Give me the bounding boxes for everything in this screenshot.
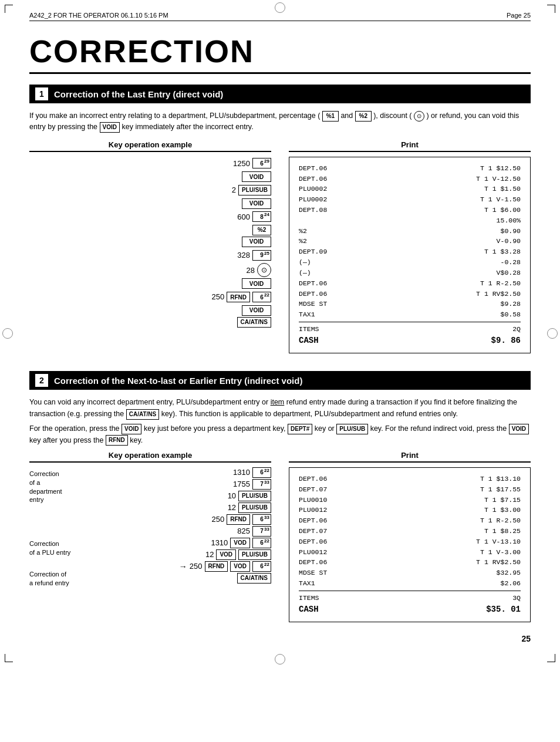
section1-title: Correction of the Last Entry (direct voi… [54,89,223,99]
section2-container: 2 Correction of the Next-to-last or Earl… [29,371,531,622]
s2-r1: DEPT.06 T 1 $13.10 [299,474,521,484]
receipt-line-5: DEPT.08 T 1 $6.00 [299,205,521,215]
key-void-5: VOID [242,305,271,316]
page-title: CORRECTION [29,33,531,74]
num-328: 328 [237,248,250,262]
s2-row-250: 250 RFND 33 6 [87,514,271,525]
num-28: 28 [247,264,255,277]
r9-left: DEPT.09 [299,247,484,257]
receipt-line-4: PLU0002 T 1 V-1.50 [299,194,521,205]
r5-right: T 1 $6.00 [484,205,521,215]
r12-right: T 1 R-2.50 [480,278,521,289]
section1-key-op-col: Key operation example 1250 29 6 VOID 2 [29,140,271,329]
label-correction-plu: Correctionof a PLU entry [29,539,82,557]
s2-row-250-refund-void: → 250 RFND VOD 22 6 [87,561,271,572]
s2-r5-r: T 1 R-2.50 [480,515,521,526]
s2-r4: PLU0012 T 1 $3.00 [299,505,521,515]
s2-r8-r: T 1 V-3.00 [480,547,521,558]
s2-row-1755: 1755 33 7 [87,479,271,490]
s2-r9: DEPT.06 T 1 RV$2.50 [299,557,521,568]
key-void-inline2: VOID [122,424,141,434]
r6-right: 15.00% [497,215,521,226]
s2-r7: DEPT.06 T 1 V-13.10 [299,537,521,547]
r-cash-right: $9. 86 [491,335,521,348]
s2-num-1755: 1755 [233,480,250,488]
receipt-line-12: DEPT.06 T 1 R-2.50 [299,278,521,289]
r4-left: PLU0002 [299,194,480,205]
s2-row-12-void: 12 VOD PLU/SUB [87,549,271,560]
s2-receipt-total: CASH $35. 01 [299,603,521,616]
s2-r11-r: $2.06 [500,578,521,589]
section1-body: If you make an incorrect entry relating … [29,110,531,133]
s2-body2-text6: key. [130,436,143,444]
key-percent1: %1 [322,111,339,122]
s2-key-void-plu: VOD [216,549,236,560]
receipt-line-11: (—) V$0.28 [299,268,521,278]
section1-body-text1: If you make an incorrect entry relating … [29,112,320,120]
s2-r10: MDSE ST $32.95 [299,568,521,578]
r15-left: TAX1 [299,309,500,320]
s2-num-1310b: 1310 [211,538,228,547]
key-6-29: 29 6 [252,158,271,168]
key-rfnd-1: RFND [227,292,250,302]
s2-key-rfnd-1: RFND [227,514,250,525]
r12-left: DEPT.06 [299,278,480,289]
section2-labels: Correctionof adepartmententry Correction… [29,467,82,588]
s2-key-void-dept: VOD [230,538,250,548]
section2-diagram: 1310 22 6 1755 33 7 [87,467,271,585]
s2-receipt-divider [299,591,521,591]
s2-num-1310: 1310 [233,468,250,477]
s2-r2: DEPT.07 T 1 $17.55 [299,484,521,495]
s2-row-825: 825 33 7 [87,526,271,537]
r1-left: DEPT.06 [299,163,480,174]
label-correction-dept: Correctionof adepartmententry [29,470,82,504]
s2-r1-r: T 1 $13.10 [480,474,521,484]
key-percent2: %2 [355,111,372,122]
r1-right: T 1 $12.50 [480,163,521,174]
s2-body2-text4: key. For the refund indirect void, press… [370,424,509,433]
s2-r7-r: T 1 V-13.10 [476,537,521,547]
key-op-row-2: 2 PLU/SUB [29,183,271,197]
key-op-row-600: 600 24 8 [29,210,271,224]
s2-key-plusub-2: PLU/SUB [238,502,271,513]
page-number: 25 [29,634,531,643]
s2-row-1310: 1310 22 6 [87,467,271,478]
key-plusub-1: PLU/SUB [238,185,271,195]
section2-print-header: Print [289,451,531,463]
registration-mark-left [2,328,13,339]
section1-body-text4: key immediately after the incorrect entr… [122,123,253,131]
r7-right: $0.90 [500,226,521,237]
s2-cash-r: $35. 01 [486,603,521,616]
section2-number: 2 [35,374,48,387]
s2-r8: PLU0012 T 1 V-3.00 [299,547,521,558]
s2-r3-l: PLU0010 [299,495,484,505]
section2-columns: Key operation example Correctionof adepa… [29,451,531,622]
section2-print-col: Print DEPT.06 T 1 $13.10 DEPT.07 T 1 $17… [289,451,531,622]
key-op-row-1: 1250 29 6 [29,157,271,170]
s2-row-ca: CA/AT/NS [87,573,271,584]
s2-num-250: 250 [212,515,225,524]
key-op-row-28: 28 ⊙ [29,263,271,277]
corner-mark-bl [5,654,13,662]
num-600: 600 [237,210,250,224]
s2-items-l: ITEMS [299,593,512,603]
num-250: 250 [212,290,225,303]
s2-key-plusub-1: PLU/SUB [238,491,271,501]
key-plusub-inline: PLU/SUB [336,424,368,434]
key-op-row-void5: VOID [29,305,271,316]
s2-r7-l: DEPT.06 [299,537,476,547]
s2-key-ca: CA/AT/NS [237,573,271,584]
header-right: Page 25 [507,12,531,19]
section2-body2: For the operation, press the VOID key ju… [29,423,531,446]
receipt-line-9: DEPT.09 T 1 $3.28 [299,247,521,257]
registration-mark-top [275,2,285,13]
r13-right: T 1 RV$2.50 [476,289,521,299]
key-discount: ⊙ [414,111,424,122]
r4-right: T 1 V-1.50 [480,194,521,205]
r8-right: V-0.90 [497,236,521,247]
header-bar: A242_2 FOR THE OPERATOR 06.1.10 5:16 PM … [29,12,531,21]
label-correction-refund: Correction ofa refund entry [29,570,82,588]
s2-r6-l: DEPT.07 [299,526,484,537]
s2-num-12b: 12 [205,550,214,559]
s2-key-6-22b: 22 6 [252,538,271,548]
